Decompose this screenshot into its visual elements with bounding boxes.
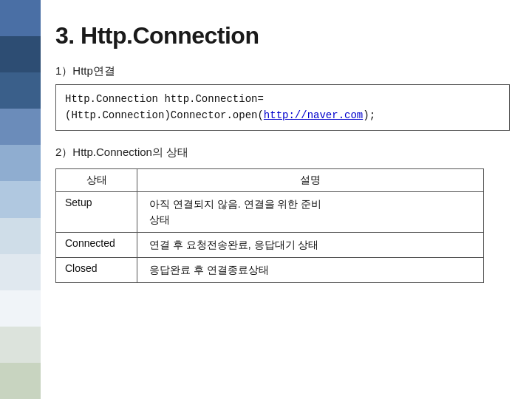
sidebar-block-5 [0,145,41,181]
state-table: 상태 설명 Setup아직 연결되지 않음. 연결을 위한 준비상태Connec… [55,168,484,283]
state-cell: Connected [56,232,137,257]
code-box: Http.Connection http.Connection= (Http.C… [55,84,510,131]
sidebar-block-7 [0,218,41,254]
desc-cell: 아직 연결되지 않음. 연결을 위한 준비상태 [137,191,484,232]
section-2: 2）Http.Connection의 상태 상태 설명 Setup아직 연결되지… [55,146,510,283]
col2-header: 설명 [137,168,484,191]
code-end: ); [363,109,375,121]
table-row: Closed응답완료 후 연결종료상태 [56,257,484,282]
sidebar-block-9 [0,290,41,327]
desc-cell: 연결 후 요청전송완료, 응답대기 상태 [137,232,484,257]
page-title: 3. Http.Connection [55,22,510,50]
state-cell: Closed [56,257,137,282]
table-header-row: 상태 설명 [56,168,484,191]
sidebar-block-4 [0,109,41,145]
code-line1: Http.Connection http.Connection= [65,93,264,105]
sidebar-block-11 [0,363,41,399]
sidebar-block-6 [0,181,41,217]
section1-heading: 1）Http연결 [55,64,510,78]
code-link[interactable]: http://naver.com [264,109,363,121]
sidebar-block-2 [0,36,41,72]
section2-heading: 2）Http.Connection의 상태 [55,146,510,160]
desc-cell: 응답완료 후 연결종료상태 [137,257,484,282]
code-line2: (Http.Connection)Connector.open( [65,109,264,121]
main-content: 3. Http.Connection 1）Http연결 Http.Connect… [41,0,532,399]
sidebar-block-10 [0,327,41,363]
sidebar-block-3 [0,72,41,109]
table-row: Setup아직 연결되지 않음. 연결을 위한 준비상태 [56,191,484,232]
col1-header: 상태 [56,168,137,191]
sidebar [0,0,41,399]
state-cell: Setup [56,191,137,232]
table-row: Connected연결 후 요청전송완료, 응답대기 상태 [56,232,484,257]
sidebar-block-1 [0,0,41,36]
sidebar-block-8 [0,254,41,290]
section-1: 1）Http연결 Http.Connection http.Connection… [55,64,510,131]
